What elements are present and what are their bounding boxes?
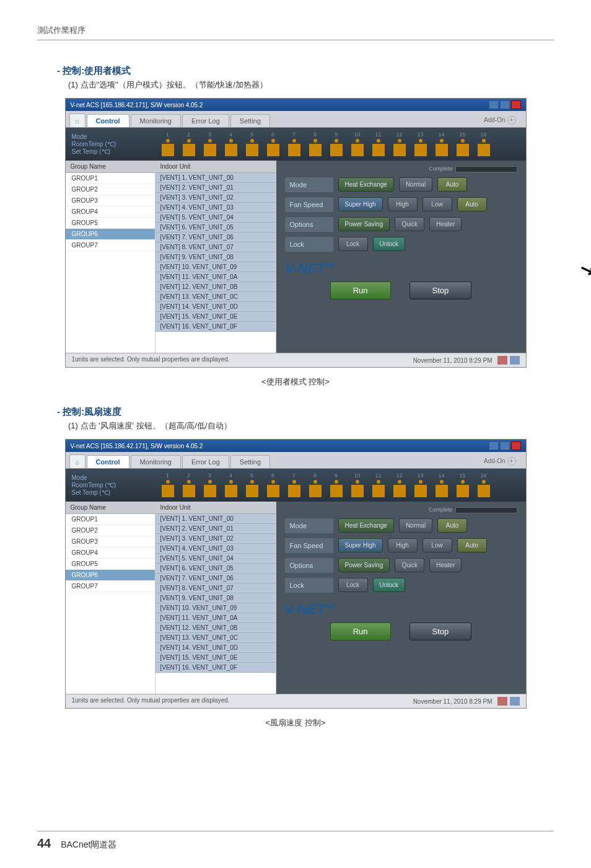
unit-item[interactable]: [VENT] 15. VENT_UNIT_0E bbox=[155, 653, 276, 663]
unit-item[interactable]: [VENT] 16. VENT_UNIT_0F bbox=[155, 663, 276, 673]
unit-slot[interactable]: 13 bbox=[411, 472, 430, 498]
unit-item[interactable]: [VENT] 10. VENT_UNIT_09 bbox=[155, 603, 276, 613]
mode-heatexchange-button[interactable]: Heat Exchange bbox=[338, 177, 394, 192]
unit-item[interactable]: [VENT] 4. VENT_UNIT_03 bbox=[155, 203, 276, 213]
unit-slot[interactable]: 14 bbox=[432, 472, 451, 498]
tab-setting[interactable]: Setting bbox=[230, 455, 270, 468]
fan-auto-button[interactable]: Auto bbox=[457, 197, 487, 211]
group-item[interactable]: GROUP4 bbox=[66, 206, 155, 218]
options-quick-button[interactable]: Quick bbox=[395, 558, 424, 572]
unit-item[interactable]: [VENT] 3. VENT_UNIT_02 bbox=[155, 534, 276, 544]
home-tab[interactable]: ⌂ bbox=[69, 113, 85, 127]
unit-item[interactable]: [VENT] 9. VENT_UNIT_08 bbox=[155, 593, 276, 603]
tab-errorlog[interactable]: Error Log bbox=[182, 114, 229, 127]
group-item[interactable]: GROUP3 bbox=[66, 536, 155, 547]
unit-slot[interactable]: 13 bbox=[411, 131, 430, 157]
unit-slot[interactable]: 3 bbox=[201, 131, 219, 157]
fan-high-button[interactable]: High bbox=[388, 197, 418, 211]
unit-item[interactable]: [VENT] 8. VENT_UNIT_07 bbox=[155, 583, 276, 593]
unit-item[interactable]: [VENT] 8. VENT_UNIT_07 bbox=[155, 242, 276, 252]
unit-slot[interactable]: 4 bbox=[222, 472, 240, 498]
unit-item[interactable]: [VENT] 9. VENT_UNIT_08 bbox=[155, 252, 276, 262]
unit-item[interactable]: [VENT] 7. VENT_UNIT_06 bbox=[155, 574, 276, 583]
group-item[interactable]: GROUP6 bbox=[66, 570, 155, 581]
tab-errorlog[interactable]: Error Log bbox=[182, 455, 229, 468]
plus-icon[interactable]: + bbox=[507, 457, 516, 466]
options-powersaving-button[interactable]: Power Saving bbox=[338, 217, 390, 231]
mode-normal-button[interactable]: Normal bbox=[399, 518, 432, 533]
unit-item[interactable]: [VENT] 3. VENT_UNIT_02 bbox=[155, 193, 276, 203]
unlock-button[interactable]: Unlock bbox=[373, 237, 406, 251]
unit-slot[interactable]: 16 bbox=[475, 131, 493, 157]
options-heater-button[interactable]: Heater bbox=[429, 217, 462, 231]
fan-low-button[interactable]: Low bbox=[422, 538, 452, 552]
fan-high-button[interactable]: High bbox=[388, 538, 418, 552]
close-icon[interactable] bbox=[511, 100, 521, 109]
unit-item[interactable]: [VENT] 6. VENT_UNIT_05 bbox=[155, 564, 276, 574]
plus-icon[interactable]: + bbox=[507, 116, 516, 125]
group-item[interactable]: GROUP1 bbox=[66, 173, 155, 184]
group-item[interactable]: GROUP1 bbox=[66, 514, 155, 525]
unit-item[interactable]: [VENT] 14. VENT_UNIT_0D bbox=[155, 302, 276, 312]
group-item[interactable]: GROUP7 bbox=[66, 581, 155, 592]
fan-superhigh-button[interactable]: Super High bbox=[338, 197, 383, 211]
fan-superhigh-button[interactable]: Super High bbox=[338, 538, 383, 552]
unit-item[interactable]: [VENT] 16. VENT_UNIT_0F bbox=[155, 322, 276, 332]
unit-item[interactable]: [VENT] 15. VENT_UNIT_0E bbox=[155, 312, 276, 322]
tab-setting[interactable]: Setting bbox=[230, 114, 270, 127]
unit-item[interactable]: [VENT] 2. VENT_UNIT_01 bbox=[155, 524, 276, 534]
mode-auto-button[interactable]: Auto bbox=[437, 177, 467, 192]
unit-item[interactable]: [VENT] 5. VENT_UNIT_04 bbox=[155, 554, 276, 564]
mode-auto-button[interactable]: Auto bbox=[437, 518, 467, 533]
unit-item[interactable]: [VENT] 5. VENT_UNIT_04 bbox=[155, 213, 276, 223]
unit-item[interactable]: [VENT] 11. VENT_UNIT_0A bbox=[155, 613, 276, 623]
unit-slot[interactable]: 8 bbox=[306, 472, 325, 498]
tab-control[interactable]: Control bbox=[87, 455, 129, 468]
unit-slot[interactable]: 6 bbox=[264, 472, 282, 498]
options-quick-button[interactable]: Quick bbox=[395, 217, 424, 231]
unit-slot[interactable]: 10 bbox=[348, 131, 367, 157]
unit-slot[interactable]: 10 bbox=[348, 472, 367, 498]
unit-item[interactable]: [VENT] 7. VENT_UNIT_06 bbox=[155, 232, 276, 242]
tab-control[interactable]: Control bbox=[87, 114, 129, 127]
tab-monitoring[interactable]: Monitoring bbox=[131, 455, 181, 468]
group-item[interactable]: GROUP3 bbox=[66, 195, 155, 206]
unit-item[interactable]: [VENT] 10. VENT_UNIT_09 bbox=[155, 262, 276, 272]
unit-item[interactable]: [VENT] 1. VENT_UNIT_00 bbox=[155, 514, 276, 524]
group-item[interactable]: GROUP2 bbox=[66, 184, 155, 195]
unit-item[interactable]: [VENT] 4. VENT_UNIT_03 bbox=[155, 544, 276, 554]
home-tab[interactable]: ⌂ bbox=[69, 454, 85, 468]
tab-monitoring[interactable]: Monitoring bbox=[131, 114, 181, 127]
unit-item[interactable]: [VENT] 13. VENT_UNIT_0C bbox=[155, 633, 276, 643]
unit-slot[interactable]: 5 bbox=[243, 131, 261, 157]
unit-item[interactable]: [VENT] 12. VENT_UNIT_0B bbox=[155, 282, 276, 292]
unit-slot[interactable]: 14 bbox=[432, 131, 451, 157]
unit-slot[interactable]: 8 bbox=[306, 131, 325, 157]
unit-item[interactable]: [VENT] 2. VENT_UNIT_01 bbox=[155, 183, 276, 193]
group-item[interactable]: GROUP2 bbox=[66, 525, 155, 536]
unit-slot[interactable]: 9 bbox=[327, 472, 346, 498]
run-button[interactable]: Run bbox=[330, 622, 391, 640]
unit-slot[interactable]: 15 bbox=[453, 131, 472, 157]
unit-slot[interactable]: 1 bbox=[159, 472, 177, 498]
unit-slot[interactable]: 7 bbox=[285, 131, 304, 157]
unit-slot[interactable]: 12 bbox=[390, 131, 409, 157]
unit-slot[interactable]: 2 bbox=[180, 131, 198, 157]
unit-slot[interactable]: 4 bbox=[222, 131, 240, 157]
unit-slot[interactable]: 7 bbox=[285, 472, 304, 498]
group-item[interactable]: GROUP5 bbox=[66, 218, 155, 229]
unit-slot[interactable]: 1 bbox=[159, 131, 177, 157]
group-item[interactable]: GROUP4 bbox=[66, 547, 155, 559]
mode-normal-button[interactable]: Normal bbox=[399, 177, 432, 192]
unit-slot[interactable]: 12 bbox=[390, 472, 409, 498]
unit-item[interactable]: [VENT] 6. VENT_UNIT_05 bbox=[155, 223, 276, 232]
close-icon[interactable] bbox=[511, 441, 521, 450]
minimize-icon[interactable] bbox=[489, 100, 499, 109]
maximize-icon[interactable] bbox=[500, 441, 510, 450]
unit-item[interactable]: [VENT] 11. VENT_UNIT_0A bbox=[155, 272, 276, 282]
unit-item[interactable]: [VENT] 12. VENT_UNIT_0B bbox=[155, 623, 276, 633]
fan-auto-button[interactable]: Auto bbox=[457, 538, 487, 552]
run-button[interactable]: Run bbox=[330, 281, 391, 299]
unlock-button[interactable]: Unlock bbox=[373, 578, 406, 592]
unit-item[interactable]: [VENT] 1. VENT_UNIT_00 bbox=[155, 173, 276, 183]
